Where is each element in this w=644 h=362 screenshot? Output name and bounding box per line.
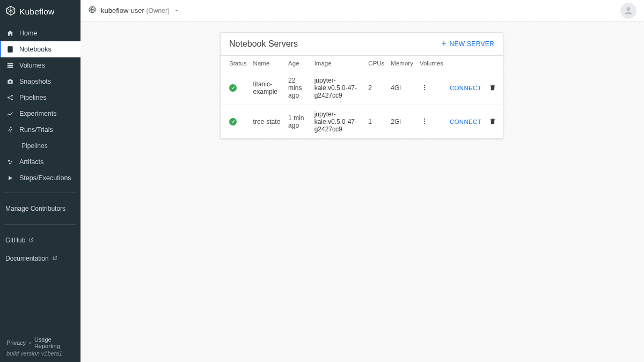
sidebar-item-label: Volumes: [19, 62, 45, 69]
bubble-icon: [6, 158, 14, 166]
sidebar-item-label: Pipelines: [19, 94, 47, 101]
delete-button[interactable]: [488, 83, 497, 94]
col-name: Name: [250, 56, 285, 71]
privacy-link[interactable]: Privacy: [6, 339, 26, 346]
cell-name: titanic-example: [250, 71, 285, 105]
svg-point-14: [627, 7, 631, 11]
sidebar-item-artifacts[interactable]: Artifacts: [0, 154, 80, 170]
chevron-down-icon[interactable]: [174, 6, 179, 16]
cell-cpus: 1: [365, 105, 387, 139]
label: GitHub: [5, 237, 25, 244]
cell-image: jupyter-kale:v0.5.0-47-g2427cc9: [311, 71, 365, 105]
svg-point-9: [10, 127, 11, 128]
cell-age: 1 min ago: [285, 105, 311, 139]
sidebar-item-label: Home: [19, 29, 37, 37]
new-server-button[interactable]: NEW SERVER: [440, 40, 494, 49]
main: kubeflow-user (Owner) Notebook Servers N…: [80, 0, 644, 362]
sidebar-item-label: Steps/Executions: [19, 174, 71, 182]
sidebar-external: GitHub Documentation: [0, 231, 80, 268]
separator-dot: •: [29, 339, 31, 346]
table-row: tree-state 1 min ago jupyter-kale:v0.5.0…: [221, 105, 503, 139]
svg-point-17: [424, 88, 425, 90]
sidebar-secondary: Manage Contributors: [0, 200, 80, 218]
sidebar-item-snapshots[interactable]: Snapshots: [0, 73, 80, 90]
servers-table: Status Name Age Image CPUs Memory Volume…: [221, 56, 503, 138]
run-icon: [6, 126, 14, 134]
sidebar-item-runs-pipelines[interactable]: Pipelines: [0, 138, 80, 154]
manage-contributors-link[interactable]: Manage Contributors: [0, 200, 80, 218]
cell-cpus: 2: [365, 71, 387, 105]
cell-age: 22 mins ago: [285, 71, 311, 105]
status-ready-icon: [229, 118, 237, 125]
card-title: Notebook Servers: [229, 39, 298, 49]
namespace-icon: [88, 5, 97, 16]
col-cpus: CPUs: [365, 56, 387, 71]
card-header: Notebook Servers NEW SERVER: [221, 33, 503, 56]
sidebar-item-label: Snapshots: [19, 78, 51, 85]
connect-button[interactable]: CONNECT: [450, 85, 481, 91]
sidebar-item-pipelines[interactable]: Pipelines: [0, 90, 80, 106]
svg-point-16: [424, 86, 425, 87]
divider: [4, 193, 76, 193]
sidebar-item-steps[interactable]: Steps/Executions: [0, 170, 80, 186]
svg-rect-0: [8, 47, 12, 53]
documentation-link[interactable]: Documentation: [0, 249, 80, 268]
namespace-selector[interactable]: kubeflow-user (Owner): [101, 6, 170, 14]
status-ready-icon: [229, 84, 237, 92]
share-icon: [6, 94, 14, 101]
table-row: titanic-example 22 mins ago jupyter-kale…: [221, 71, 503, 105]
col-image: Image: [311, 56, 365, 71]
svg-rect-4: [8, 67, 13, 68]
topbar: kubeflow-user (Owner): [80, 0, 644, 21]
sidebar-item-label: Notebooks: [19, 46, 52, 53]
sidebar-item-label: Pipelines: [21, 142, 48, 150]
sidebar-item-notebooks[interactable]: Notebooks: [0, 41, 80, 57]
svg-point-11: [11, 161, 12, 162]
notebook-servers-card: Notebook Servers NEW SERVER Status Name …: [220, 32, 503, 139]
label: Manage Contributors: [5, 205, 65, 212]
svg-point-5: [9, 81, 11, 83]
divider: [4, 224, 76, 225]
sidebar-item-volumes[interactable]: Volumes: [0, 57, 80, 73]
connect-button[interactable]: CONNECT: [450, 119, 481, 125]
storage-icon: [6, 62, 14, 69]
label: Documentation: [5, 255, 49, 262]
table-header-row: Status Name Age Image CPUs Memory Volume…: [221, 56, 503, 71]
col-status: Status: [221, 56, 250, 71]
namespace-role: (Owner): [147, 7, 170, 14]
svg-point-10: [8, 160, 10, 162]
svg-point-19: [424, 120, 425, 121]
cell-memory: 2Gi: [387, 105, 416, 139]
svg-point-20: [424, 122, 425, 123]
volumes-menu-button[interactable]: [420, 83, 429, 94]
namespace-name: kubeflow-user: [101, 6, 144, 14]
chart-line-icon: [6, 110, 14, 117]
svg-rect-2: [8, 63, 13, 64]
sidebar-item-label: Runs/Trials: [19, 126, 53, 134]
delete-button[interactable]: [488, 116, 497, 128]
camera-icon: [6, 78, 14, 85]
github-link[interactable]: GitHub: [0, 231, 80, 249]
col-age: Age: [285, 56, 311, 71]
user-avatar[interactable]: [620, 3, 636, 19]
build-version: build version v1beta1: [6, 350, 74, 357]
sidebar-item-label: Artifacts: [19, 158, 43, 166]
volumes-menu-button[interactable]: [420, 116, 429, 128]
nav: Home Notebooks Volumes Snapshots Pipelin…: [0, 25, 80, 186]
sidebar: Kubeflow Home Notebooks Volumes Snapshot…: [0, 0, 80, 362]
home-icon: [6, 29, 14, 37]
usage-reporting-link[interactable]: Usage Reporting: [34, 336, 74, 349]
book-icon: [6, 46, 14, 53]
brand-name: Kubeflow: [19, 7, 54, 17]
sidebar-item-label: Experiments: [19, 110, 56, 117]
svg-point-12: [9, 162, 11, 164]
sidebar-item-home[interactable]: Home: [0, 25, 80, 41]
sidebar-item-runs[interactable]: Runs/Trials: [0, 122, 80, 138]
svg-point-15: [424, 84, 425, 85]
cell-image: jupyter-kale:v0.5.0-47-g2427cc9: [311, 105, 365, 139]
sidebar-footer: Privacy • Usage Reporting build version …: [0, 331, 80, 362]
new-server-label: NEW SERVER: [450, 40, 494, 48]
brand-logo: Kubeflow: [0, 0, 80, 23]
sidebar-item-experiments[interactable]: Experiments: [0, 106, 80, 122]
col-volumes: Volumes: [416, 56, 447, 71]
